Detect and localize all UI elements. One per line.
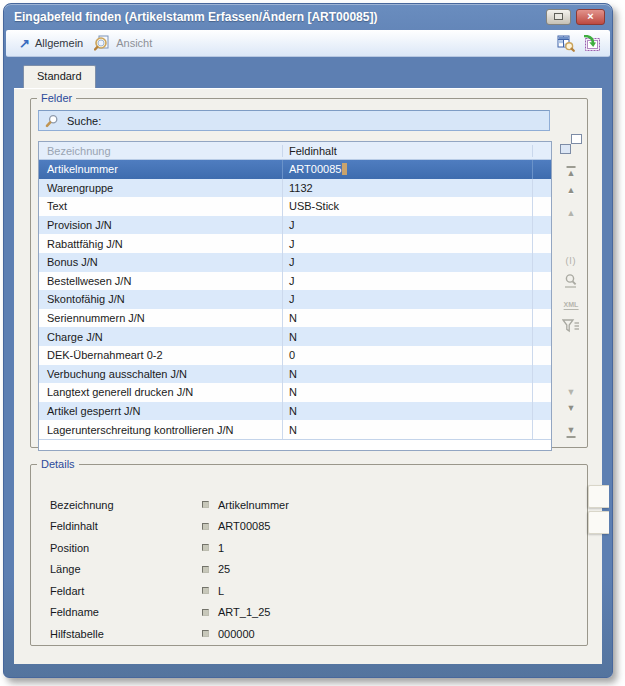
detail-value: Artikelnummer	[218, 499, 289, 511]
cell-bezeichnung: Bestellwesen J/N	[39, 272, 283, 291]
cell-spacer	[533, 197, 551, 216]
cell-bezeichnung: Charge J/N	[39, 327, 283, 346]
dialog-window: Eingabefeld finden (Artikelstamm Erfasse…	[3, 3, 613, 678]
window-title: Eingabefeld finden (Artikelstamm Erfasse…	[14, 10, 541, 24]
search-input[interactable]: Suche:	[38, 110, 550, 131]
title-bar[interactable]: Eingabefeld finden (Artikelstamm Erfasse…	[4, 4, 612, 29]
table-row[interactable]: Verbuchung ausschalten J/N N	[39, 365, 551, 384]
cell-feldinhalt-text: J	[289, 219, 295, 231]
detail-row: Hilfstabelle 000000	[50, 623, 577, 645]
cell-spacer	[533, 290, 551, 309]
move-top-icon[interactable]: ▲	[567, 163, 576, 179]
cell-feldinhalt: J	[283, 272, 533, 291]
cell-feldinhalt: N	[283, 327, 533, 346]
detail-row: Feldinhalt ART00085	[50, 516, 577, 538]
table-row[interactable]: DEK-Übernahmeart 0-2 0	[39, 346, 551, 365]
detail-label: Position	[50, 542, 202, 554]
table-row[interactable]: Artikel gesperrt J/N N	[39, 402, 551, 421]
table-search-icon[interactable]	[557, 35, 575, 52]
cell-feldinhalt: J	[283, 216, 533, 235]
import-window-icon[interactable]	[582, 35, 601, 52]
table-row[interactable]: Rabattfähig J/N J	[39, 234, 551, 253]
scroll-down-icon[interactable]: ▼	[567, 388, 576, 397]
move-bottom-icon[interactable]: ▼	[567, 420, 576, 438]
table-row[interactable]: Langtext generell drucken J/N N	[39, 383, 551, 402]
felder-groupbox: Felder Suche: Bezeichnung Feldinhalt	[30, 92, 588, 448]
detail-label: Feldinhalt	[50, 520, 202, 532]
details-groupbox: Details Bezeichnung Artikelnummer Feldin…	[30, 458, 588, 646]
detail-label: Feldname	[50, 606, 202, 618]
cell-feldinhalt-text: N	[289, 386, 297, 398]
toolbar-item-ansicht[interactable]: Ansicht	[90, 33, 159, 53]
tab-standard[interactable]: Standard	[23, 65, 96, 88]
restore-button[interactable]	[546, 9, 571, 25]
search-icon	[45, 114, 59, 128]
scroll-up-icon[interactable]: ▲	[567, 209, 576, 218]
toolbar: ↗ Allgemein Ansicht	[6, 30, 610, 57]
table-row[interactable]: Text USB-Stick	[39, 197, 551, 216]
detail-label: Hilfstabelle	[50, 628, 202, 640]
search-label: Suche:	[67, 115, 101, 127]
cell-feldinhalt: N	[283, 420, 533, 439]
detail-value: 25	[218, 563, 230, 575]
cell-bezeichnung: Skontofähig J/N	[39, 290, 283, 309]
cell-bezeichnung: DEK-Übernahmeart 0-2	[39, 346, 283, 365]
cell-feldinhalt-text: N	[289, 368, 297, 380]
table-row[interactable]: Skontofähig J/N J	[39, 290, 551, 309]
close-button[interactable]: ×	[576, 9, 605, 25]
collapsed-side-tab-2[interactable]	[588, 511, 609, 534]
cell-spacer	[533, 420, 551, 439]
bullet-icon	[202, 501, 209, 508]
table-side-toolbar: ▲ ▲ ▲ (l) XML	[556, 141, 586, 451]
cell-spacer	[533, 402, 551, 421]
cell-bezeichnung: Verbuchung ausschalten J/N	[39, 365, 283, 384]
table-row[interactable]: Warengruppe 1132	[39, 179, 551, 198]
toolbar-right-group	[557, 35, 601, 52]
cell-feldinhalt-text: J	[289, 238, 295, 250]
column-header-bezeichnung[interactable]: Bezeichnung	[39, 145, 283, 157]
table-row[interactable]: Charge J/N N	[39, 327, 551, 346]
brackets-icon[interactable]: (l)	[566, 257, 577, 266]
cell-feldinhalt: J	[283, 290, 533, 309]
tab-strip: Standard	[4, 57, 612, 88]
cell-feldinhalt-text: 1132	[289, 182, 313, 194]
collapsed-side-tab-1[interactable]	[588, 485, 609, 508]
cell-feldinhalt: USB-Stick	[283, 197, 533, 216]
cell-bezeichnung: Warengruppe	[39, 179, 283, 198]
cell-spacer	[533, 346, 551, 365]
detail-row: Position 1	[50, 537, 577, 559]
column-header-feldinhalt[interactable]: Feldinhalt	[283, 145, 533, 157]
table-row[interactable]: Provision J/N J	[39, 216, 551, 235]
cell-feldinhalt-text: J	[289, 256, 295, 268]
detail-label: Länge	[50, 563, 202, 575]
cell-feldinhalt-text: N	[289, 312, 297, 324]
move-up-icon[interactable]: ▲	[567, 186, 576, 195]
detail-label: Bezeichnung	[50, 499, 202, 511]
toolbar-item-allgemein[interactable]: ↗ Allgemein	[15, 35, 90, 52]
cell-feldinhalt-text: USB-Stick	[289, 200, 339, 212]
bullet-icon	[202, 544, 209, 551]
details-list: Bezeichnung Artikelnummer Feldinhalt ART…	[50, 494, 577, 645]
table-row[interactable]: Seriennummern J/N N	[39, 309, 551, 328]
bullet-icon	[202, 523, 209, 530]
xml-icon[interactable]: XML	[564, 301, 579, 310]
cell-feldinhalt: N	[283, 383, 533, 402]
cell-bezeichnung: Provision J/N	[39, 216, 283, 235]
table-row[interactable]: Bestellwesen J/N J	[39, 272, 551, 291]
table-row[interactable]: Artikelnummer ART00085	[39, 160, 551, 179]
search-in-list-icon[interactable]	[563, 273, 579, 289]
cell-feldinhalt: N	[283, 365, 533, 384]
bullet-icon	[202, 587, 209, 594]
table-row[interactable]: Lagerunterschreitung kontrollieren J/N N	[39, 420, 551, 439]
cell-spacer	[533, 234, 551, 253]
content-panel: Felder Suche: Bezeichnung Feldinhalt	[14, 88, 602, 664]
toolbar-item-label: Allgemein	[35, 37, 83, 49]
cell-bezeichnung: Langtext generell drucken J/N	[39, 383, 283, 402]
filter-icon[interactable]	[562, 319, 580, 333]
detail-value: 1	[218, 542, 224, 554]
move-down-icon[interactable]: ▼	[567, 404, 576, 413]
cell-spacer	[533, 327, 551, 346]
cell-spacer	[533, 309, 551, 328]
cell-bezeichnung: Bonus J/N	[39, 253, 283, 272]
table-row[interactable]: Bonus J/N J	[39, 253, 551, 272]
